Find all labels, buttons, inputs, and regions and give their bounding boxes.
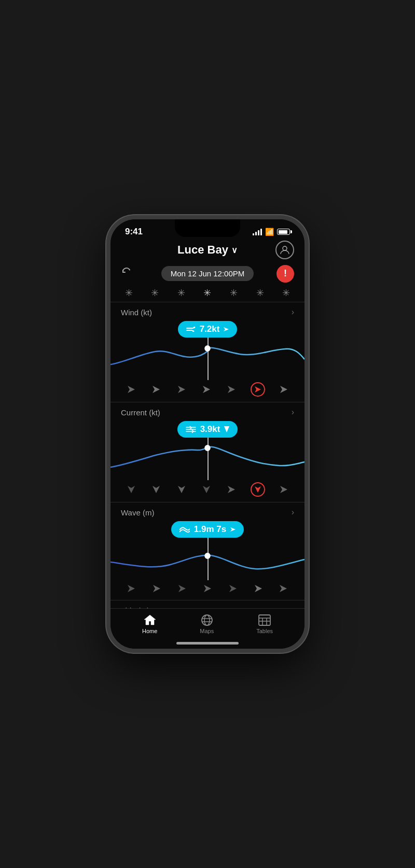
sun-icon-5: ✳ xyxy=(230,287,238,299)
alert-button[interactable]: ! xyxy=(276,265,294,283)
wave-header[interactable]: Wave (m) › xyxy=(110,502,305,519)
current-direction-icon xyxy=(224,426,229,432)
current-section: Current (kt) › 3.9kt xyxy=(110,402,305,502)
current-chart xyxy=(110,433,305,480)
svg-marker-12 xyxy=(128,486,135,493)
svg-marker-4 xyxy=(153,386,160,393)
home-icon xyxy=(143,614,157,626)
wind-arrow-2 xyxy=(150,383,162,396)
date-pill[interactable]: Mon 12 Jun 12:00PM xyxy=(161,266,254,281)
svg-point-30 xyxy=(202,615,212,625)
wind-header[interactable]: Wind (kt) › xyxy=(110,302,305,319)
current-arrow-2 xyxy=(150,483,162,496)
profile-button[interactable] xyxy=(275,241,294,259)
tide-header[interactable]: Tide (m) › xyxy=(110,600,305,608)
status-icons: 📶 xyxy=(253,228,290,236)
notch xyxy=(175,219,240,237)
svg-marker-14 xyxy=(178,486,185,493)
current-arrow-5 xyxy=(225,483,238,496)
svg-marker-1 xyxy=(224,327,229,331)
time-icons-row: ✳ ✳ ✳ ✳ ✳ ✳ ✳ xyxy=(110,285,305,302)
sun-icon-2: ✳ xyxy=(151,287,159,299)
current-arrow-4 xyxy=(200,483,213,496)
wave-direction-icon xyxy=(230,526,236,533)
svg-marker-15 xyxy=(203,486,210,493)
current-chart-svg xyxy=(110,433,305,480)
svg-marker-21 xyxy=(128,585,135,592)
wind-section: Wind (kt) › 7.2kt xyxy=(110,302,305,402)
wifi-icon: 📶 xyxy=(265,228,274,236)
tide-chevron-icon: › xyxy=(292,606,294,608)
svg-point-11 xyxy=(205,445,210,451)
wave-icon xyxy=(179,526,190,533)
wind-arrow-4 xyxy=(200,383,213,396)
current-arrow-7 xyxy=(278,483,290,496)
svg-marker-24 xyxy=(204,585,211,592)
wind-arrow-1 xyxy=(125,383,137,396)
wave-section: Wave (m) › 1.9m 7s xyxy=(110,502,305,600)
wave-arrows-row xyxy=(110,580,305,600)
svg-marker-17 xyxy=(255,486,261,493)
svg-marker-8 xyxy=(255,386,261,393)
profile-icon xyxy=(280,245,290,255)
wind-icon xyxy=(186,326,196,333)
svg-point-2 xyxy=(205,346,210,351)
signal-bars-icon xyxy=(253,229,262,235)
location-chevron-icon: ∨ xyxy=(231,245,238,255)
wind-badge-container: 7.2kt xyxy=(110,321,305,338)
current-value: 3.9kt xyxy=(200,424,220,435)
current-chevron-icon: › xyxy=(292,408,294,417)
nav-tables[interactable]: Tables xyxy=(256,614,273,634)
svg-point-31 xyxy=(204,615,210,625)
svg-rect-34 xyxy=(259,615,270,625)
sun-icon-3: ✳ xyxy=(177,287,185,299)
wind-arrow-7 xyxy=(278,383,290,396)
svg-marker-27 xyxy=(280,585,287,592)
refresh-icon xyxy=(121,267,132,278)
current-header[interactable]: Current (kt) › xyxy=(110,402,305,419)
svg-marker-18 xyxy=(280,486,287,493)
svg-marker-19 xyxy=(230,527,236,531)
svg-marker-9 xyxy=(280,386,287,393)
wave-chevron-icon: › xyxy=(292,508,294,517)
battery-icon xyxy=(277,229,290,235)
wind-title: Wind (kt) xyxy=(121,308,152,317)
location-title[interactable]: Luce Bay ∨ xyxy=(177,243,238,257)
current-value-badge: 3.9kt xyxy=(177,421,238,438)
current-arrow-3 xyxy=(175,483,188,496)
nav-home[interactable]: Home xyxy=(142,614,157,634)
wind-arrow-alert xyxy=(251,382,265,397)
wind-chart-svg xyxy=(110,333,305,380)
svg-marker-22 xyxy=(153,585,160,592)
wave-chart xyxy=(110,534,305,580)
wave-arrow-6 xyxy=(252,582,265,595)
wave-arrow-7 xyxy=(277,582,289,595)
sun-icon-6: ✳ xyxy=(256,287,264,299)
svg-marker-26 xyxy=(255,585,262,592)
location-name: Luce Bay xyxy=(177,243,228,257)
sun-icon-7: ✳ xyxy=(282,287,290,299)
wind-direction-icon xyxy=(224,326,229,332)
nav-home-label: Home xyxy=(142,628,157,634)
wave-badge-container: 1.9m 7s xyxy=(110,521,305,538)
svg-point-0 xyxy=(283,246,287,250)
svg-marker-10 xyxy=(224,426,229,432)
alert-icon: ! xyxy=(284,268,287,279)
wave-arrow-1 xyxy=(125,582,137,595)
wave-value-badge: 1.9m 7s xyxy=(171,521,244,538)
tables-icon xyxy=(258,614,271,626)
wind-chevron-icon: › xyxy=(292,307,294,317)
date-bar: Mon 12 Jun 12:00PM ! xyxy=(110,263,305,285)
wind-arrows-row xyxy=(110,380,305,402)
nav-maps[interactable]: Maps xyxy=(200,614,214,634)
wind-arrow-5 xyxy=(225,383,238,396)
wave-arrow-5 xyxy=(227,582,239,595)
scroll-content[interactable]: Wind (kt) › 7.2kt xyxy=(110,302,305,608)
wave-arrow-4 xyxy=(201,582,214,595)
phone-inner: 9:41 📶 Luce Bay ∨ xyxy=(110,219,305,649)
phone-frame: 9:41 📶 Luce Bay ∨ xyxy=(106,215,309,653)
refresh-button[interactable] xyxy=(121,267,132,281)
svg-marker-25 xyxy=(229,585,237,592)
svg-marker-3 xyxy=(128,386,135,393)
header: Luce Bay ∨ xyxy=(110,239,305,263)
